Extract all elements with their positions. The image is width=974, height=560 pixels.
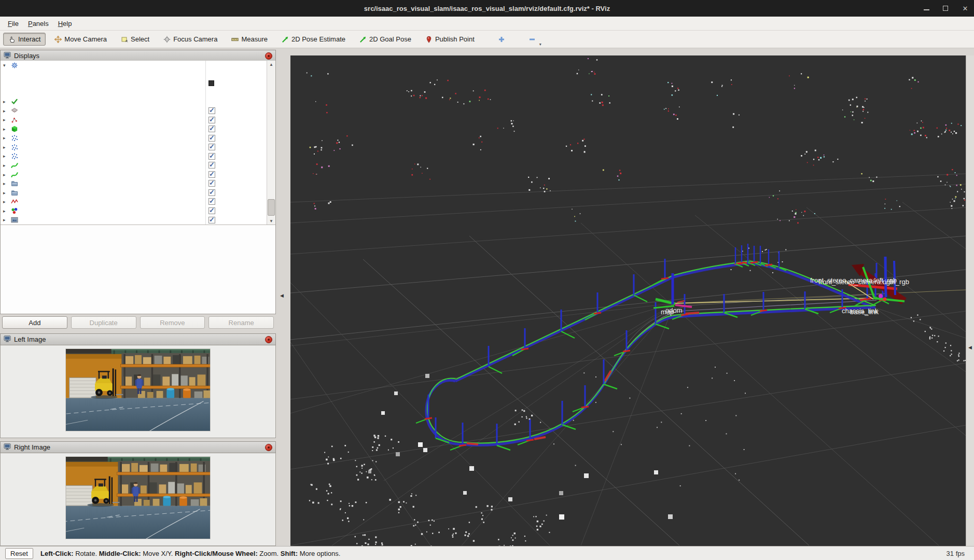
- path-icon: [11, 171, 18, 180]
- expand-arrow-icon[interactable]: ▸: [3, 108, 8, 114]
- title-bar: src/isaac_ros_visual_slam/isaac_ros_visu…: [0, 0, 974, 17]
- scroll-down-icon[interactable]: ▼: [267, 217, 275, 225]
- maximize-icon[interactable]: [943, 6, 948, 11]
- dots-icon: [11, 134, 18, 143]
- expand-arrow-icon[interactable]: ▸: [3, 208, 8, 214]
- monitor-icon: [4, 51, 11, 60]
- add-button[interactable]: Add: [2, 316, 67, 329]
- expand-arrow-icon[interactable]: ▸: [3, 99, 8, 104]
- close-icon[interactable]: ✕: [962, 5, 969, 12]
- left-image-panel-header[interactable]: Left Image: [0, 333, 276, 345]
- collapse-right-handle[interactable]: ◀: [968, 345, 972, 350]
- menu-item-panels[interactable]: Panels: [23, 18, 53, 29]
- tree-row[interactable]: ▸: [1, 97, 275, 106]
- tree-row[interactable]: ▸✓: [1, 161, 275, 170]
- expand-arrow-icon[interactable]: ▾: [3, 63, 8, 68]
- tree-row[interactable]: ▸✓: [1, 215, 275, 225]
- tool-interact[interactable]: Interact: [3, 33, 46, 46]
- tree-row[interactable]: ▸✓: [1, 179, 275, 188]
- dots-icon: [11, 144, 18, 152]
- enabled-checkbox[interactable]: ✓: [208, 117, 215, 123]
- window-controls: ✕: [924, 0, 969, 17]
- tree-row[interactable]: [1, 79, 275, 88]
- zigzag-icon: [11, 198, 18, 207]
- tree-row[interactable]: ▸✓: [1, 143, 275, 152]
- expand-arrow-icon[interactable]: ▸: [3, 145, 8, 150]
- property-value[interactable]: [208, 80, 216, 86]
- expand-arrow-icon[interactable]: ▸: [3, 190, 8, 195]
- tree-row[interactable]: ▸✓: [1, 206, 275, 216]
- tree-row[interactable]: ▸✓: [1, 124, 275, 134]
- enabled-checkbox[interactable]: ✓: [208, 189, 215, 196]
- posearrow-icon: [282, 36, 289, 43]
- tree-row[interactable]: ▸✓: [1, 197, 275, 206]
- expand-arrow-icon[interactable]: ▸: [3, 199, 8, 204]
- expand-arrow-icon[interactable]: ▸: [3, 135, 8, 141]
- panel-close-button[interactable]: [265, 336, 272, 343]
- remove-button[interactable]: Remove: [140, 316, 205, 329]
- duplicate-button[interactable]: Duplicate: [71, 316, 136, 329]
- enabled-checkbox[interactable]: ✓: [208, 162, 215, 169]
- frame-label: odom: [665, 306, 683, 314]
- enabled-checkbox[interactable]: ✓: [208, 107, 215, 114]
- pin-icon: [425, 36, 433, 43]
- tree-row[interactable]: ▾: [1, 61, 275, 70]
- window-title: src/isaac_ros_visual_slam/isaac_ros_visu…: [364, 5, 610, 12]
- enabled-checkbox[interactable]: ✓: [208, 207, 215, 214]
- tool-measure[interactable]: Measure: [226, 33, 273, 46]
- displays-panel-body: ▾▸▸✓▸✓▸✓▸✓▸✓▸✓▸✓▸✓▸✓▸✓▸✓▸✓▸✓▲▼: [0, 61, 276, 314]
- collapse-left-handle[interactable]: ◀: [280, 293, 284, 298]
- tree-scrollbar[interactable]: ▲▼: [267, 61, 275, 225]
- enabled-checkbox[interactable]: ✓: [208, 144, 215, 150]
- tool-publish-point[interactable]: Publish Point: [420, 33, 480, 46]
- tree-row[interactable]: [1, 88, 275, 97]
- add-tool-button[interactable]: [493, 33, 510, 46]
- scroll-up-icon[interactable]: ▲: [267, 61, 275, 68]
- panel-close-button[interactable]: [265, 444, 272, 451]
- enabled-checkbox[interactable]: ✓: [208, 125, 215, 132]
- tool-move-camera[interactable]: Move Camera: [49, 33, 112, 46]
- collapsed-side-panel[interactable]: ◀: [966, 55, 974, 546]
- tool-select[interactable]: Select: [116, 33, 155, 46]
- expand-arrow-icon[interactable]: ▸: [3, 181, 8, 186]
- tree-row[interactable]: ▸✓: [1, 170, 275, 179]
- enabled-checkbox[interactable]: ✓: [208, 153, 215, 160]
- menu-item-file[interactable]: File: [3, 18, 23, 29]
- tree-row[interactable]: ▸✓: [1, 115, 275, 124]
- tree-row[interactable]: ▸✓: [1, 188, 275, 198]
- rename-button[interactable]: Rename: [208, 316, 274, 329]
- menu-bar: FilePanelsHelp: [0, 17, 974, 31]
- scrollbar-thumb[interactable]: [268, 199, 275, 216]
- reset-button[interactable]: Reset: [5, 548, 33, 559]
- enabled-checkbox[interactable]: ✓: [208, 217, 215, 223]
- column-divider: [205, 61, 206, 225]
- right-image-panel-header[interactable]: Right Image: [0, 441, 276, 453]
- expand-arrow-icon[interactable]: ▸: [3, 153, 8, 159]
- tool-focus-camera[interactable]: Focus Camera: [158, 33, 222, 46]
- enabled-checkbox[interactable]: ✓: [208, 171, 215, 178]
- tree-row[interactable]: ▸✓: [1, 133, 275, 143]
- tree-row[interactable]: [1, 70, 275, 79]
- enabled-checkbox[interactable]: ✓: [208, 198, 215, 205]
- camera-image: [65, 456, 211, 539]
- enabled-checkbox[interactable]: ✓: [208, 135, 215, 142]
- tool-2d-goal-pose[interactable]: 2D Goal Pose: [354, 33, 416, 46]
- remove-tool-button[interactable]: ▾: [523, 33, 541, 46]
- displays-button-row: AddDuplicateRemoveRename: [0, 316, 276, 329]
- expand-arrow-icon[interactable]: ▸: [3, 217, 8, 222]
- expand-arrow-icon[interactable]: ▸: [3, 172, 8, 177]
- tree-row[interactable]: ▸✓: [1, 151, 275, 161]
- right-image-panel-title: Right Image: [14, 443, 262, 451]
- 3d-viewport[interactable]: mapodomfront_stereo_camera:left_rgbfront…: [290, 55, 966, 546]
- panel-close-button[interactable]: [265, 52, 272, 60]
- displays-panel-header[interactable]: Displays: [0, 50, 276, 62]
- folder-icon: [11, 180, 18, 189]
- tree-row[interactable]: ▸✓: [1, 106, 275, 116]
- menu-item-help[interactable]: Help: [53, 18, 77, 29]
- expand-arrow-icon[interactable]: ▸: [3, 163, 8, 168]
- enabled-checkbox[interactable]: ✓: [208, 180, 215, 187]
- minimize-icon[interactable]: [924, 7, 929, 10]
- expand-arrow-icon[interactable]: ▸: [3, 117, 8, 122]
- tool-2d-pose-estimate[interactable]: 2D Pose Estimate: [276, 33, 351, 46]
- expand-arrow-icon[interactable]: ▸: [3, 127, 8, 132]
